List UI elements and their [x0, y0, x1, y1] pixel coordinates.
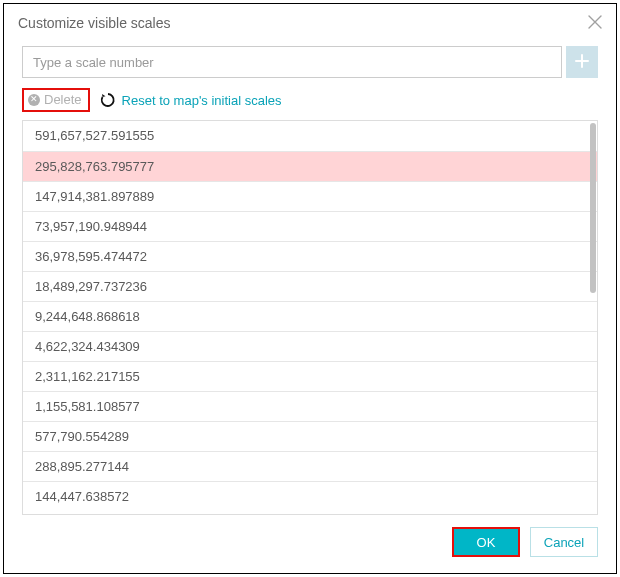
scroll-thumb[interactable] — [590, 123, 596, 293]
delete-button[interactable]: ✕ Delete — [22, 88, 90, 112]
add-scale-button[interactable] — [566, 46, 598, 78]
scale-item[interactable]: 295,828,763.795777 — [23, 151, 597, 181]
scale-item[interactable]: 9,244,648.868618 — [23, 301, 597, 331]
reset-label: Reset to map's initial scales — [122, 93, 282, 108]
dialog-title: Customize visible scales — [18, 15, 171, 31]
scale-list-container: 591,657,527.591555295,828,763.795777147,… — [22, 120, 598, 515]
scale-item[interactable]: 577,790.554289 — [23, 421, 597, 451]
ok-button[interactable]: OK — [452, 527, 520, 557]
x-circle-icon: ✕ — [28, 94, 40, 106]
scale-item[interactable]: 591,657,527.591555 — [23, 121, 597, 151]
dialog-body: ✕ Delete Reset to map's initial scales 5… — [4, 38, 616, 527]
action-row: ✕ Delete Reset to map's initial scales — [22, 88, 598, 112]
scale-item[interactable]: 18,489,297.737236 — [23, 271, 597, 301]
scale-item[interactable]: 147,914,381.897889 — [23, 181, 597, 211]
plus-icon — [574, 53, 590, 72]
refresh-icon — [100, 92, 116, 108]
scale-item[interactable]: 1,155,581.108577 — [23, 391, 597, 421]
dialog-header: Customize visible scales — [4, 4, 616, 38]
scale-item[interactable]: 4,622,324.434309 — [23, 331, 597, 361]
scale-item[interactable]: 288,895.277144 — [23, 451, 597, 481]
scale-list[interactable]: 591,657,527.591555295,828,763.795777147,… — [23, 121, 597, 514]
scale-input-row — [22, 46, 598, 78]
scale-item[interactable]: 2,311,162.217155 — [23, 361, 597, 391]
cancel-button[interactable]: Cancel — [530, 527, 598, 557]
scale-item[interactable]: 36,978,595.474472 — [23, 241, 597, 271]
delete-label: Delete — [44, 92, 82, 107]
reset-button[interactable]: Reset to map's initial scales — [100, 92, 282, 108]
scrollbar[interactable] — [589, 121, 597, 514]
scale-number-input[interactable] — [22, 46, 562, 78]
close-icon[interactable] — [588, 14, 602, 32]
scale-item[interactable]: 144,447.638572 — [23, 481, 597, 511]
dialog-footer: OK Cancel — [4, 527, 616, 573]
customize-scales-dialog: Customize visible scales ✕ Delete R — [3, 3, 617, 574]
scale-item[interactable]: 73,957,190.948944 — [23, 211, 597, 241]
